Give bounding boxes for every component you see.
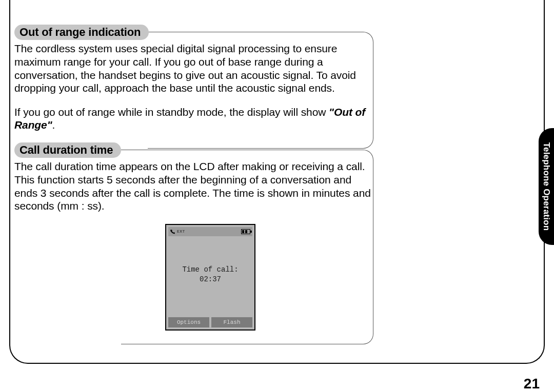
lcd-line-1: Time of call: xyxy=(166,265,254,275)
lcd-screen: EXT Time of call: 02:37 Options Flash xyxy=(165,224,255,331)
softkey-right: Flash xyxy=(211,317,252,327)
section-tab-telephone-operation: Telephone Operation xyxy=(539,128,554,245)
lcd-illustration: EXT Time of call: 02:37 Options Flash xyxy=(165,224,255,331)
page-number: 21 xyxy=(524,376,540,392)
section-out-of-range: Out of range indication The cordless sys… xyxy=(14,25,373,132)
paragraph: The cordless system uses special digital… xyxy=(14,42,373,94)
lcd-status-bar: EXT xyxy=(168,227,252,236)
heading-call-duration: Call duration time xyxy=(14,142,121,158)
section-call-duration: Call duration time The call duration tim… xyxy=(14,142,373,331)
lcd-body: Time of call: 02:37 xyxy=(166,265,254,284)
section-tab-label: Telephone Operation xyxy=(541,142,551,231)
battery-icon xyxy=(241,229,250,234)
text: If you go out of range while in standby … xyxy=(14,106,329,118)
paragraph: If you go out of range while in standby … xyxy=(14,106,373,132)
softkey-left: Options xyxy=(168,317,209,327)
lcd-line-2: 02:37 xyxy=(166,275,254,284)
lcd-ext-label: EXT xyxy=(177,229,185,234)
phone-icon xyxy=(170,229,175,234)
text: . xyxy=(52,119,55,131)
heading-out-of-range: Out of range indication xyxy=(14,25,149,40)
page-content: Out of range indication The cordless sys… xyxy=(14,25,373,331)
lcd-softkeys: Options Flash xyxy=(168,317,252,327)
paragraph: The call duration time appears on the LC… xyxy=(14,160,373,212)
